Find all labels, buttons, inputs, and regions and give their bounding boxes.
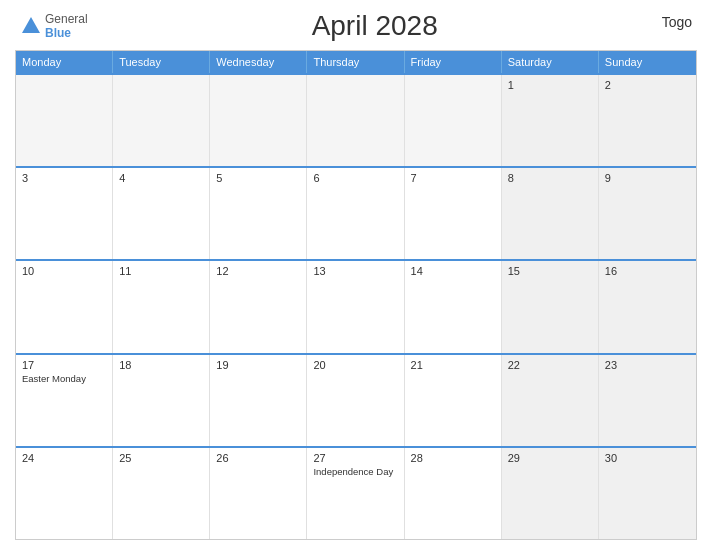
day-number: 27 [313,452,397,464]
day-number: 29 [508,452,592,464]
calendar-cell: 11 [113,261,210,352]
day-number: 26 [216,452,300,464]
calendar-cell: 15 [502,261,599,352]
calendar: MondayTuesdayWednesdayThursdayFridaySatu… [15,50,697,540]
calendar-body: 1234567891011121314151617Easter Monday18… [16,73,696,539]
calendar-cell [405,75,502,166]
day-number: 11 [119,265,203,277]
day-number: 8 [508,172,592,184]
calendar-cell: 22 [502,355,599,446]
day-number: 20 [313,359,397,371]
calendar-cell: 12 [210,261,307,352]
day-number: 24 [22,452,106,464]
day-number: 23 [605,359,690,371]
calendar-cell: 5 [210,168,307,259]
day-number: 25 [119,452,203,464]
logo: General Blue [20,12,88,41]
calendar-header: MondayTuesdayWednesdayThursdayFridaySatu… [16,51,696,73]
day-number: 16 [605,265,690,277]
calendar-cell [307,75,404,166]
calendar-cell: 6 [307,168,404,259]
calendar-cell: 29 [502,448,599,539]
svg-marker-0 [22,17,40,33]
calendar-cell: 9 [599,168,696,259]
day-number: 10 [22,265,106,277]
day-number: 17 [22,359,106,371]
calendar-week-4: 17Easter Monday181920212223 [16,353,696,446]
calendar-cell: 18 [113,355,210,446]
day-number: 13 [313,265,397,277]
calendar-week-5: 24252627Independence Day282930 [16,446,696,539]
header-day-monday: Monday [16,51,113,73]
header-day-saturday: Saturday [502,51,599,73]
calendar-cell: 28 [405,448,502,539]
header: General Blue April 2028 Togo [15,10,697,42]
calendar-cell: 26 [210,448,307,539]
logo-general: General [45,12,88,26]
calendar-cell: 2 [599,75,696,166]
day-number: 9 [605,172,690,184]
calendar-cell: 30 [599,448,696,539]
calendar-cell [210,75,307,166]
calendar-cell: 7 [405,168,502,259]
calendar-cell: 16 [599,261,696,352]
day-number: 4 [119,172,203,184]
page: General Blue April 2028 Togo MondayTuesd… [0,0,712,550]
header-day-wednesday: Wednesday [210,51,307,73]
header-day-thursday: Thursday [307,51,404,73]
calendar-cell: 20 [307,355,404,446]
logo-icon [20,15,42,37]
calendar-week-3: 10111213141516 [16,259,696,352]
calendar-cell: 27Independence Day [307,448,404,539]
calendar-cell: 14 [405,261,502,352]
event-label: Easter Monday [22,373,106,385]
day-number: 18 [119,359,203,371]
day-number: 21 [411,359,495,371]
logo-text: General Blue [45,12,88,41]
event-label: Independence Day [313,466,397,478]
calendar-cell: 19 [210,355,307,446]
day-number: 14 [411,265,495,277]
day-number: 12 [216,265,300,277]
day-number: 7 [411,172,495,184]
header-day-sunday: Sunday [599,51,696,73]
calendar-cell: 3 [16,168,113,259]
calendar-title: April 2028 [88,10,662,42]
logo-blue: Blue [45,26,88,40]
calendar-cell: 10 [16,261,113,352]
calendar-cell: 24 [16,448,113,539]
day-number: 5 [216,172,300,184]
day-number: 28 [411,452,495,464]
calendar-cell: 25 [113,448,210,539]
day-number: 1 [508,79,592,91]
day-number: 6 [313,172,397,184]
day-number: 2 [605,79,690,91]
day-number: 22 [508,359,592,371]
day-number: 19 [216,359,300,371]
day-number: 30 [605,452,690,464]
calendar-cell: 21 [405,355,502,446]
calendar-cell: 23 [599,355,696,446]
header-day-friday: Friday [405,51,502,73]
calendar-cell: 1 [502,75,599,166]
calendar-cell [113,75,210,166]
calendar-cell: 4 [113,168,210,259]
header-day-tuesday: Tuesday [113,51,210,73]
calendar-cell: 13 [307,261,404,352]
calendar-cell [16,75,113,166]
calendar-week-2: 3456789 [16,166,696,259]
day-number: 15 [508,265,592,277]
calendar-week-1: 12 [16,73,696,166]
calendar-cell: 8 [502,168,599,259]
day-number: 3 [22,172,106,184]
calendar-cell: 17Easter Monday [16,355,113,446]
country-label: Togo [662,10,692,30]
